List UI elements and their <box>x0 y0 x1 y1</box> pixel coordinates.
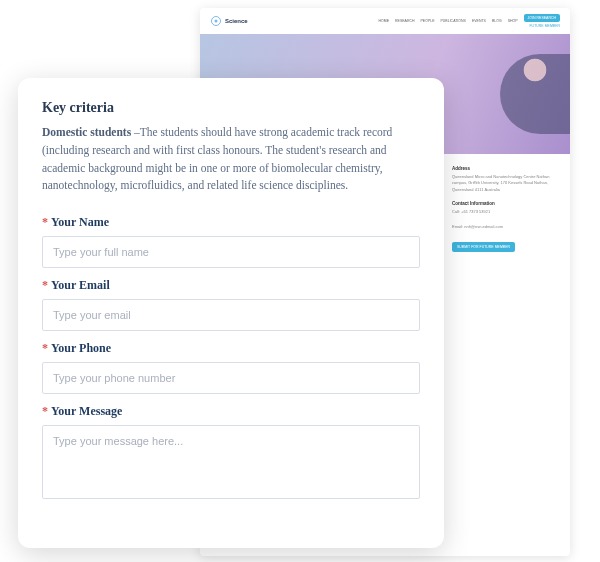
nav-blog[interactable]: BLOG <box>492 19 502 23</box>
primary-nav: HOME RESEARCH PEOPLE PUBLICATIONS EVENTS… <box>379 14 560 28</box>
label-name-text: Your Name <box>51 215 109 229</box>
nav-home[interactable]: HOME <box>379 19 390 23</box>
nav-future-member[interactable]: FUTURE MEMBER <box>529 24 560 28</box>
field-message: *Your Message <box>42 404 420 503</box>
phone-input[interactable] <box>42 362 420 394</box>
address-heading: Address <box>452 166 552 171</box>
logo-icon <box>210 15 222 27</box>
label-email: *Your Email <box>42 278 420 293</box>
nav-events[interactable]: EVENTS <box>472 19 486 23</box>
message-textarea[interactable] <box>42 425 420 499</box>
name-input[interactable] <box>42 236 420 268</box>
label-phone: *Your Phone <box>42 341 420 356</box>
card-description: Domestic students –The students should h… <box>42 124 420 195</box>
field-phone: *Your Phone <box>42 341 420 394</box>
nav-people[interactable]: PEOPLE <box>420 19 434 23</box>
contact-call: Call: +61 7373 53921 <box>452 209 552 215</box>
contact-email: Email: nnh@nsn.edmail.com <box>452 224 552 230</box>
logo-text: Science <box>225 18 248 24</box>
label-message-text: Your Message <box>51 404 122 418</box>
join-research-button[interactable]: JOIN RESEARCH <box>524 14 560 22</box>
address-body: Queensland Micro and Nanotechnology Cent… <box>452 174 552 193</box>
contact-heading: Contact Information <box>452 201 552 206</box>
submit-future-member-button[interactable]: SUBMIT FOR FUTURE MEMBER <box>452 242 515 252</box>
required-mark: * <box>42 278 48 292</box>
field-name: *Your Name <box>42 215 420 268</box>
hero-person-image <box>500 54 570 134</box>
label-phone-text: Your Phone <box>51 341 111 355</box>
nav-research[interactable]: RESEARCH <box>395 19 414 23</box>
site-logo[interactable]: Science <box>210 15 248 27</box>
required-mark: * <box>42 341 48 355</box>
required-mark: * <box>42 404 48 418</box>
label-message: *Your Message <box>42 404 420 419</box>
criteria-form-card: Key criteria Domestic students –The stud… <box>18 78 444 548</box>
label-name: *Your Name <box>42 215 420 230</box>
sidebar: Address Queensland Micro and Nanotechnol… <box>452 166 552 417</box>
label-email-text: Your Email <box>51 278 110 292</box>
field-email: *Your Email <box>42 278 420 331</box>
card-heading: Key criteria <box>42 100 420 116</box>
svg-point-1 <box>215 20 218 23</box>
desc-bold: Domestic students <box>42 126 131 138</box>
nav-shop[interactable]: SHOP <box>508 19 518 23</box>
email-input[interactable] <box>42 299 420 331</box>
nav-publications[interactable]: PUBLICATIONS <box>441 19 466 23</box>
required-mark: * <box>42 215 48 229</box>
site-header: Science HOME RESEARCH PEOPLE PUBLICATION… <box>200 8 570 34</box>
